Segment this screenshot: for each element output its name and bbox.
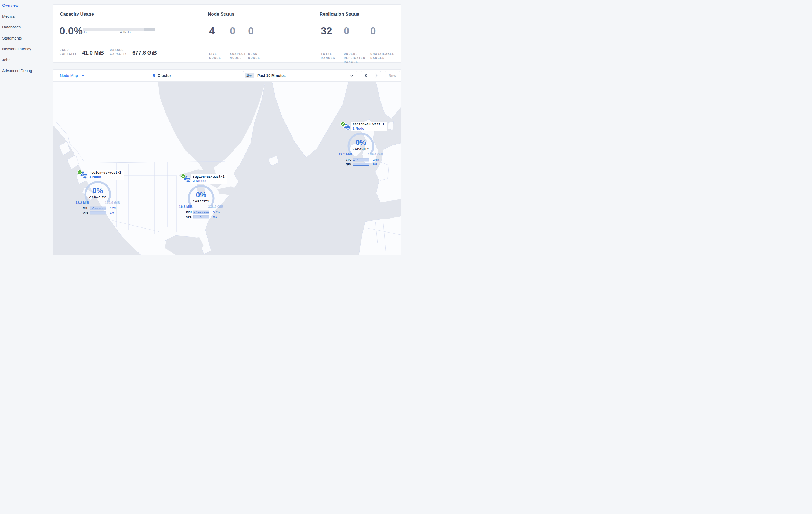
map-toolbar: Node Map Cluster 10m Past 10 Minutes xyxy=(53,70,401,82)
gauge-capacity-label: CAPACITY xyxy=(84,196,112,199)
used-capacity-label: USED CAPACITY xyxy=(60,48,82,56)
breadcrumb-label: Cluster xyxy=(157,73,171,78)
time-forward-button[interactable] xyxy=(371,71,381,80)
live-nodes-label: LIVE NODES xyxy=(209,52,225,60)
dead-nodes-count: 0 xyxy=(248,26,254,37)
unavailable-ranges-label: UNAVAILABLE RANGES xyxy=(370,52,395,60)
node-map-panel: Node Map Cluster 10m Past 10 Minutes xyxy=(53,70,401,255)
time-step-arrows xyxy=(360,71,381,80)
toolbar-divider xyxy=(238,70,238,81)
sidebar-item-statements[interactable]: Statements xyxy=(0,33,53,44)
view-mode-label: Node Map xyxy=(60,73,78,78)
under-replicated-ranges-count: 0 xyxy=(344,26,349,37)
qps-sparkline xyxy=(353,163,369,166)
qps-sparkline xyxy=(193,215,209,219)
qps-sparkline xyxy=(90,211,106,215)
healthy-check-icon xyxy=(181,174,185,179)
time-range-label: Past 10 Minutes xyxy=(257,73,286,78)
under-replicated-ranges-label: UNDER-REPLICATED RANGES xyxy=(344,52,369,64)
qps-value: 0.0 xyxy=(213,215,217,218)
gauge-capacity-label: CAPACITY xyxy=(347,147,375,151)
region-node-count-link[interactable]: 1 Node xyxy=(89,175,121,179)
map-geography xyxy=(53,82,401,255)
region-usable-capacity: 169.4 GiB xyxy=(368,153,383,156)
time-range-dropdown[interactable]: 10m Past 10 Minutes xyxy=(243,71,357,80)
chevron-down-icon xyxy=(82,75,84,77)
gauge-capacity-label: CAPACITY xyxy=(187,200,215,203)
gauge-percent: 0% xyxy=(347,138,375,147)
view-mode-dropdown[interactable]: Node Map xyxy=(60,70,84,81)
cluster-summary-panel: Capacity Usage 0.0% 0 GiB 400 GiB USED C… xyxy=(53,4,401,63)
chevron-left-icon xyxy=(365,73,367,78)
capacity-axis-tick-400: 400 GiB xyxy=(117,30,134,34)
cpu-value: 3.2% xyxy=(110,207,116,210)
region-used-capacity: 12.2 MiB xyxy=(76,201,89,205)
region-usable-capacity: 169.4 GiB xyxy=(105,201,120,205)
total-ranges-count: 32 xyxy=(321,26,332,37)
node-status-title: Node Status xyxy=(208,11,234,17)
cpu-value: 5.2% xyxy=(213,211,220,214)
region-name: region=eu-west-1 xyxy=(353,122,384,126)
cpu-label: CPU xyxy=(178,211,193,214)
cpu-sparkline xyxy=(193,211,209,214)
capacity-bar-reserved-segment xyxy=(144,28,155,31)
region-name: region=us-west-1 xyxy=(89,171,121,175)
region-usable-capacity: 338.9 GiB xyxy=(208,205,224,209)
sidebar-item-advanced-debug[interactable]: Advanced Debug xyxy=(0,65,53,76)
gauge-percent: 0% xyxy=(187,191,215,199)
gauge-percent: 0% xyxy=(84,187,112,195)
sidebar-item-databases[interactable]: Databases xyxy=(0,22,53,33)
live-nodes-count: 4 xyxy=(209,26,215,37)
region-name: region=us-east-1 xyxy=(193,175,225,179)
region-used-capacity: 12.5 MiB xyxy=(339,153,352,156)
unavailable-ranges-count: 0 xyxy=(370,26,376,37)
map-pin-icon xyxy=(152,73,156,78)
region-node-count-link[interactable]: 2 Nodes xyxy=(193,179,225,183)
sidebar-item-network-latency[interactable]: Network Latency xyxy=(0,44,53,55)
sidebar-item-overview[interactable]: Overview xyxy=(0,0,53,11)
sidebar: Overview Metrics Databases Statements Ne… xyxy=(0,0,53,257)
usable-capacity-label: USABLE CAPACITY xyxy=(110,48,133,56)
capacity-bar: 0 GiB 400 GiB xyxy=(83,28,155,33)
qps-label: QPS xyxy=(178,215,193,218)
healthy-check-icon xyxy=(77,170,82,175)
now-button[interactable]: Now xyxy=(384,71,400,80)
world-map: region=us-west-1 1 Node 0% CAPACITY 12.2… xyxy=(53,82,401,255)
cpu-value: 2.4% xyxy=(373,158,379,161)
qps-value: 0.0 xyxy=(110,211,114,214)
chevron-right-icon xyxy=(375,73,378,78)
sidebar-item-jobs[interactable]: Jobs xyxy=(0,55,53,65)
region-used-capacity: 16.3 MiB xyxy=(179,205,193,209)
sidebar-item-metrics[interactable]: Metrics xyxy=(0,11,53,22)
qps-label: QPS xyxy=(75,211,90,214)
time-back-button[interactable] xyxy=(361,71,371,80)
qps-value: 0.0 xyxy=(373,163,377,166)
chevron-down-icon xyxy=(350,75,353,77)
capacity-axis-tick-0: 0 GiB xyxy=(78,30,88,34)
suspect-nodes-label: SUSPECT NODES xyxy=(230,52,249,60)
cpu-label: CPU xyxy=(75,207,90,210)
total-ranges-label: TOTAL RANGES xyxy=(321,52,337,60)
dead-nodes-label: DEAD NODES xyxy=(248,52,264,60)
region-node-count-link[interactable]: 1 Node xyxy=(353,126,384,131)
usable-capacity-value: 677.8 GiB xyxy=(133,50,157,56)
capacity-usage-title: Capacity Usage xyxy=(60,11,94,17)
replication-status-title: Replication Status xyxy=(320,11,359,17)
used-capacity-value: 41.0 MiB xyxy=(82,50,104,56)
cpu-label: CPU xyxy=(338,158,353,161)
suspect-nodes-count: 0 xyxy=(230,26,235,37)
qps-label: QPS xyxy=(338,163,353,166)
cpu-sparkline xyxy=(353,158,369,162)
time-range-badge: 10m xyxy=(244,73,254,79)
breadcrumb[interactable]: Cluster xyxy=(152,70,171,81)
cpu-sparkline xyxy=(90,207,106,210)
healthy-check-icon xyxy=(341,121,345,126)
